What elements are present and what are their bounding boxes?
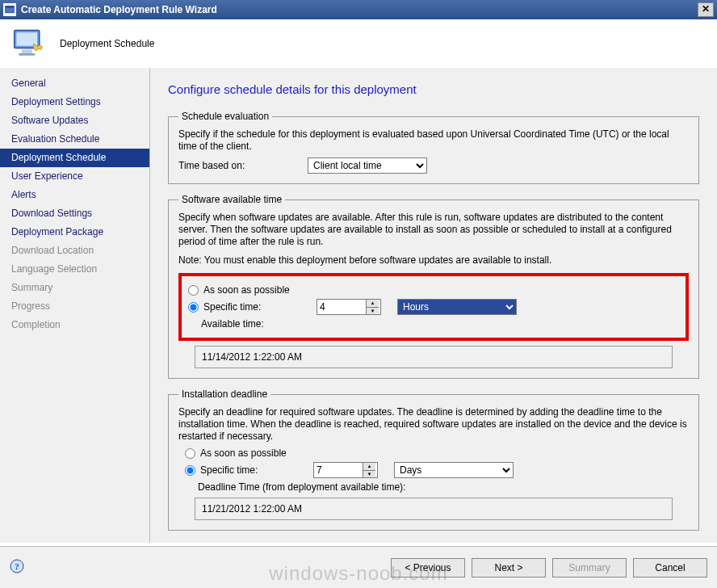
software-available-note: Note: You must enable this deployment be… <box>178 254 689 267</box>
schedule-evaluation-group: Schedule evaluation Specify if the sched… <box>168 111 699 184</box>
titlebar: Create Automatic Deployment Rule Wizard … <box>0 0 717 19</box>
wizard-header: Deployment Schedule <box>0 19 717 68</box>
installation-deadline-legend: Installation deadline <box>178 388 270 400</box>
spinner-up-icon[interactable]: ▲ <box>363 463 375 471</box>
wizard-icon <box>3 3 16 16</box>
installation-deadline-desc: Specify an deadline for required softwar… <box>178 406 689 443</box>
deadline-unit-select[interactable]: Days <box>394 462 514 478</box>
available-value-spinner[interactable]: ▲ ▼ <box>317 299 381 315</box>
available-highlight: As soon as possible Specific time: ▲ ▼ <box>178 273 689 341</box>
sidebar-item-software-updates[interactable]: Software Updates <box>0 111 149 130</box>
sidebar-item-general[interactable]: General <box>0 74 149 93</box>
wizard-footer: ? < Previous Next > Summary Cancel <box>0 546 717 588</box>
available-time-label: Available time: <box>201 318 264 330</box>
sidebar-item-completion: Completion <box>0 316 149 334</box>
sidebar-item-deployment-settings[interactable]: Deployment Settings <box>0 93 149 111</box>
cancel-button[interactable]: Cancel <box>633 558 707 578</box>
software-available-legend: Software available time <box>178 194 285 205</box>
sidebar-item-download-settings[interactable]: Download Settings <box>0 204 149 223</box>
available-specific-label: Specific time: <box>203 301 317 313</box>
content-pane: Configure schedule details for this depl… <box>150 68 717 543</box>
schedule-evaluation-desc: Specify if the schedule for this deploym… <box>178 128 689 153</box>
previous-button[interactable]: < Previous <box>391 558 465 578</box>
sidebar-item-alerts[interactable]: Alerts <box>0 186 149 204</box>
svg-rect-4 <box>22 49 32 53</box>
installation-deadline-group: Installation deadline Specify an deadlin… <box>168 388 699 531</box>
available-time-display: 11/14/2012 1:22:00 AM <box>195 346 673 368</box>
time-based-on-select[interactable]: Client local time <box>308 158 427 174</box>
sidebar: GeneralDeployment SettingsSoftware Updat… <box>0 68 150 543</box>
sidebar-item-download-location: Download Location <box>0 242 149 260</box>
schedule-evaluation-legend: Schedule evaluation <box>178 111 272 122</box>
sidebar-item-deployment-schedule[interactable]: Deployment Schedule <box>0 149 149 167</box>
software-available-desc: Specify when software updates are availa… <box>178 212 689 248</box>
summary-button[interactable]: Summary <box>552 558 627 578</box>
svg-text:?: ? <box>15 561 19 571</box>
step-title: Deployment Schedule <box>60 38 154 49</box>
deadline-value-spinner[interactable]: ▲ ▼ <box>313 462 378 478</box>
spinner-down-icon[interactable]: ▼ <box>367 308 379 315</box>
close-button[interactable]: ✕ <box>698 2 714 17</box>
available-specific-radio[interactable] <box>188 302 199 313</box>
window-title: Create Automatic Deployment Rule Wizard <box>21 4 698 15</box>
available-asap-radio[interactable] <box>188 285 199 296</box>
sidebar-item-progress: Progress <box>0 297 149 316</box>
sidebar-item-user-experience[interactable]: User Experience <box>0 167 149 186</box>
sidebar-item-language-selection: Language Selection <box>0 260 149 279</box>
help-icon[interactable]: ? <box>10 559 24 576</box>
time-based-on-label: Time based on: <box>178 160 308 171</box>
available-value-input[interactable] <box>317 300 366 314</box>
deadline-specific-radio[interactable] <box>185 465 195 476</box>
svg-rect-1 <box>6 6 15 8</box>
deadline-value-input[interactable] <box>314 463 363 477</box>
sidebar-item-deployment-package[interactable]: Deployment Package <box>0 223 149 242</box>
next-button[interactable]: Next > <box>472 558 546 578</box>
deadline-time-display: 11/21/2012 1:22:00 AM <box>195 498 673 520</box>
deadline-asap-radio[interactable] <box>185 448 195 459</box>
software-available-group: Software available time Specify when sof… <box>168 194 699 379</box>
deadline-time-label: Deadline Time (from deployment available… <box>198 481 405 493</box>
sidebar-item-summary: Summary <box>0 279 149 297</box>
available-asap-label: As soon as possible <box>203 284 290 296</box>
deadline-specific-label: Specific time: <box>200 464 313 476</box>
monitor-icon <box>11 26 47 61</box>
spinner-down-icon[interactable]: ▼ <box>363 471 375 478</box>
sidebar-item-evaluation-schedule[interactable]: Evaluation Schedule <box>0 130 149 149</box>
main-area: GeneralDeployment SettingsSoftware Updat… <box>0 68 717 543</box>
deadline-asap-label: As soon as possible <box>200 447 287 459</box>
spinner-up-icon[interactable]: ▲ <box>367 300 379 308</box>
svg-rect-5 <box>19 53 35 56</box>
page-heading: Configure schedule details for this depl… <box>168 82 699 96</box>
available-unit-select[interactable]: Hours <box>397 299 517 315</box>
